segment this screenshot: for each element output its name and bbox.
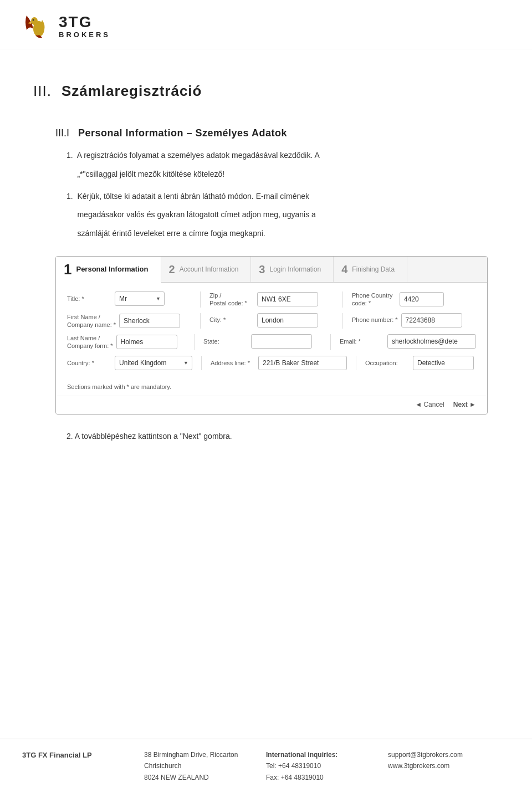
zip-label: Zip /Postal code: * [209, 291, 254, 308]
section-title: Számlaregisztráció [62, 83, 202, 100]
phone-group: Phone number: * [352, 313, 476, 328]
country-label: Country: * [67, 359, 111, 367]
phone-country-input[interactable] [400, 292, 444, 306]
numbered1-line2: megadásakor valós és gyakran látogatott … [66, 208, 499, 222]
phone-label: Phone number: * [352, 316, 398, 324]
address-line1: 38 Birmingham Drive, Riccarton [144, 749, 255, 760]
country-select[interactable]: United Kingdom [115, 356, 192, 370]
tab4-label: Finishing Data [352, 265, 395, 273]
main-content: III. Számlaregisztráció III.I Personal I… [0, 49, 532, 443]
divider4 [342, 313, 343, 329]
logo: 3TG BROKERS [22, 10, 510, 43]
fax: Fax: +64 48319010 [266, 772, 377, 783]
page-footer: 3TG FX Financial LP 38 Birmingham Drive,… [0, 739, 532, 793]
occupation-label: Occupation: [365, 359, 410, 367]
next-button[interactable]: Next ► [453, 401, 476, 408]
title-group: Title: * Mr [67, 291, 191, 306]
form-row-2: First Name /Company name: * City: * Phon… [67, 313, 476, 329]
divider7 [201, 356, 202, 370]
divider2 [342, 291, 343, 308]
footer-web: support@3tgbrokers.com www.3tgbrokers.co… [388, 749, 510, 783]
cancel-button[interactable]: ◄ Cancel [415, 401, 444, 408]
tab2-num: 2 [169, 264, 175, 275]
tab1-label: Personal Information [76, 265, 148, 274]
state-label: State: [203, 337, 248, 345]
logo-icon [22, 10, 55, 43]
state-input[interactable] [251, 334, 312, 349]
subsection-number: III.I [55, 127, 69, 139]
company-name: 3TG FX Financial LP [22, 751, 92, 759]
svg-point-2 [33, 19, 34, 21]
tab-login-information[interactable]: 3 Login Information [251, 257, 334, 282]
email-label: Email: * [340, 337, 384, 345]
occupation-group: Occupation: [365, 356, 476, 370]
tab4-num: 4 [341, 264, 347, 275]
numbered1-line1: 1. Kérjük, töltse ki adatait a lenti ábr… [66, 190, 499, 203]
firstname-group: First Name /Company name: * [67, 313, 191, 329]
svg-point-1 [31, 17, 38, 25]
country-select-wrapper: United Kingdom [115, 356, 192, 370]
zip-input[interactable] [257, 292, 318, 306]
footer-contact: International inquiries: Tel: +64 483190… [266, 749, 388, 783]
subsection-title: Personal Information – Személyes Adatok [78, 127, 287, 139]
address-input[interactable] [258, 356, 347, 370]
support-email: support@3tgbrokers.com [388, 749, 499, 760]
para1-line2: „*"csillaggal jelölt mezők kitöltése köt… [66, 168, 499, 181]
address-line3: 8024 NEW ZEALAND [144, 772, 255, 783]
phone-country-group: Phone Countrycode: * [352, 291, 476, 308]
divider1 [200, 291, 201, 308]
form-row-4: Country: * United Kingdom Address line: … [67, 356, 476, 370]
website: www.3tgbrokers.com [388, 760, 499, 771]
tab-account-information[interactable]: 2 Account Information [161, 257, 252, 282]
header: 3TG BROKERS [0, 0, 532, 49]
city-input[interactable] [257, 313, 318, 328]
city-group: City: * [209, 313, 334, 328]
phone-input[interactable] [401, 313, 462, 328]
tab3-label: Login Information [269, 265, 321, 273]
tab-finishing-data[interactable]: 4 Finishing Data [334, 257, 407, 282]
divider3 [200, 313, 201, 329]
form-footer-note: Sections marked with * are mandatory. [56, 381, 487, 396]
zip-group: Zip /Postal code: * [209, 291, 334, 308]
occupation-input[interactable] [413, 356, 474, 370]
city-label: City: * [209, 316, 254, 324]
form-row-1: Title: * Mr Zip /Postal code: * Phone Co… [67, 291, 476, 308]
logo-text: 3TG BROKERS [59, 14, 110, 39]
tab1-num: 1 [64, 262, 71, 277]
title-select[interactable]: Mr [115, 291, 165, 306]
tel: Tel: +64 48319010 [266, 760, 377, 771]
para1-line1: 1. A regisztrációs folyamat a személyes … [66, 149, 499, 162]
firstname-input[interactable] [119, 314, 180, 328]
footer-address: 38 Birmingham Drive, Riccarton Christchu… [144, 749, 266, 783]
footer-company: 3TG FX Financial LP [22, 749, 144, 783]
form-row-3: Last Name /Company form: * State: Email:… [67, 334, 476, 350]
email-input[interactable] [387, 334, 476, 349]
address-line2: Christchurch [144, 760, 255, 771]
divider8 [356, 356, 356, 370]
divider6 [330, 334, 331, 350]
logo-3tg: 3TG [59, 14, 110, 31]
phone-country-label: Phone Countrycode: * [352, 291, 396, 308]
intl-label: International inquiries: [266, 749, 377, 760]
form-actions: ◄ Cancel Next ► [56, 396, 487, 414]
form-screenshot: 1 Personal Information 2 Account Informa… [55, 256, 488, 415]
form-body: Title: * Mr Zip /Postal code: * Phone Co… [56, 283, 487, 381]
email-group: Email: * [340, 334, 476, 349]
lastname-group: Last Name /Company form: * [67, 334, 185, 350]
tab3-num: 3 [259, 264, 265, 275]
numbered1-line3: számláját érintő leveleket erre a címre … [66, 227, 499, 241]
address-group: Address line: * [211, 356, 347, 370]
title-label: Title: * [67, 295, 111, 303]
section-number: III. [33, 83, 52, 100]
lastname-input[interactable] [116, 335, 177, 349]
tab2-label: Account Information [180, 265, 239, 273]
logo-brokers: BROKERS [59, 31, 110, 39]
mandatory-note: Sections marked with * are mandatory. [67, 383, 171, 390]
address-label: Address line: * [211, 359, 255, 367]
country-group: Country: * United Kingdom [67, 356, 192, 370]
firstname-label: First Name /Company name: * [67, 313, 116, 329]
lastname-label: Last Name /Company form: * [67, 334, 113, 350]
title-select-wrapper: Mr [115, 291, 165, 306]
numbered2: 2. A továbblépéshez kattintson a "Next" … [66, 430, 499, 443]
tab-personal-information[interactable]: 1 Personal Information [56, 257, 161, 283]
